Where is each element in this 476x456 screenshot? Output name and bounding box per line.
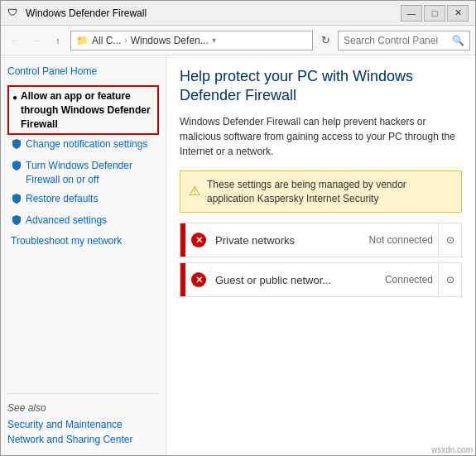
private-network-x-icon: ✕: [191, 233, 206, 247]
up-button[interactable]: ↑: [49, 31, 67, 50]
private-network-status: Not connected: [369, 234, 438, 246]
search-input[interactable]: [344, 35, 449, 46]
sidebar-item-troubleshoot[interactable]: Troubleshoot my network: [7, 232, 159, 251]
private-network-expand-button[interactable]: ⊙: [438, 223, 461, 257]
sidebar-divider: [7, 251, 159, 393]
bullet-icon: ●: [12, 92, 17, 103]
dropdown-icon: ▾: [212, 36, 216, 45]
sidebar: Control Panel Home ● Allow an app or fea…: [1, 55, 166, 455]
refresh-button[interactable]: ↻: [316, 31, 334, 50]
see-also-title: See also: [7, 402, 159, 414]
sidebar-item-label: Restore defaults: [26, 192, 98, 206]
address-bar: ← → ↑ 📁 All C... › Windows Defen... ▾ ↻ …: [1, 26, 475, 55]
window-title: Windows Defender Firewall: [26, 7, 401, 19]
title-bar: 🛡 Windows Defender Firewall — □ ✕: [1, 1, 475, 26]
warning-box: ⚠ These settings are being managed by ve…: [180, 170, 462, 214]
see-also-link-security[interactable]: Security and Maintenance: [7, 417, 159, 432]
sidebar-item-change-notification[interactable]: Change notification settings: [7, 135, 159, 156]
public-network-icon-area: ✕: [185, 272, 212, 287]
warning-icon: ⚠: [189, 182, 200, 200]
watermark: wsxdn.com: [431, 445, 473, 454]
path-part1: All C...: [92, 35, 121, 46]
main-description: Windows Defender Firewall can help preve…: [180, 114, 462, 159]
content-area: Control Panel Home ● Allow an app or fea…: [1, 55, 475, 455]
maximize-button[interactable]: □: [424, 5, 445, 22]
sidebar-home-link[interactable]: Control Panel Home: [7, 64, 159, 79]
sidebar-item-allow-app: ● Allow an app or feature through Window…: [7, 85, 159, 135]
sidebar-item-label: Change notification settings: [26, 137, 147, 151]
see-also: See also Security and Maintenance Networ…: [7, 393, 159, 447]
private-networks-row: ✕ Private networks Not connected ⊙: [180, 223, 462, 257]
sidebar-item-label: Advanced settings: [26, 214, 107, 228]
window: 🛡 Windows Defender Firewall — □ ✕ ← → ↑ …: [0, 0, 476, 456]
address-path[interactable]: 📁 All C... › Windows Defen... ▾: [70, 31, 313, 50]
search-icon: 🔍: [452, 35, 464, 46]
shield-icon-4: [11, 214, 22, 230]
private-network-icon-area: ✕: [185, 233, 212, 247]
shield-icon-2: [11, 160, 22, 175]
minimize-button[interactable]: —: [401, 5, 422, 22]
see-also-link-network[interactable]: Network and Sharing Center: [7, 432, 159, 447]
back-button[interactable]: ←: [6, 31, 24, 50]
sidebar-item-label: Allow an app or feature through Windows …: [21, 89, 154, 131]
path-icon: 📁: [76, 35, 89, 46]
main-title: Help protect your PC with Windows Defend…: [180, 67, 462, 106]
shield-icon-1: [11, 138, 22, 154]
sidebar-item-label: Troubleshoot my network: [11, 234, 122, 248]
sidebar-item-label: Turn Windows Defender Firewall on or off: [26, 159, 156, 187]
main-panel: Help protect your PC with Windows Defend…: [166, 55, 475, 455]
private-network-name: Private networks: [212, 234, 369, 247]
window-icon: 🛡: [7, 7, 21, 20]
public-network-name: Guest or public networ...: [212, 274, 385, 286]
path-part2: Windows Defen...: [131, 35, 209, 46]
sidebar-item-advanced[interactable]: Advanced settings: [7, 211, 159, 233]
close-button[interactable]: ✕: [447, 5, 469, 22]
public-network-expand-button[interactable]: ⊙: [438, 263, 461, 296]
public-network-status: Connected: [385, 274, 438, 286]
sidebar-item-turn-on-off[interactable]: Turn Windows Defender Firewall on or off: [7, 156, 159, 190]
sidebar-item-restore-defaults[interactable]: Restore defaults: [7, 190, 159, 211]
forward-button[interactable]: →: [27, 31, 46, 50]
search-box[interactable]: 🔍: [338, 31, 470, 50]
path-sep1: ›: [124, 36, 127, 45]
public-networks-row: ✕ Guest or public networ... Connected ⊙: [180, 262, 462, 297]
warning-text: These settings are being managed by vend…: [207, 178, 453, 206]
shield-icon-3: [11, 193, 22, 209]
title-controls: — □ ✕: [401, 5, 469, 22]
public-network-x-icon: ✕: [191, 272, 206, 287]
